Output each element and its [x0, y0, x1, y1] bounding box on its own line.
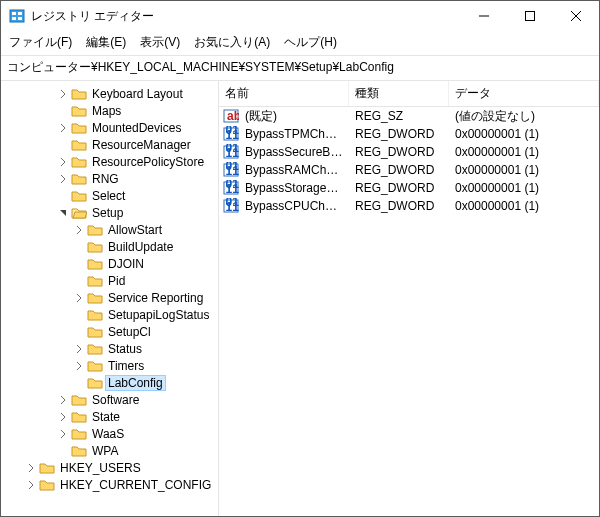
menu-favorites[interactable]: お気に入り(A) [194, 34, 270, 51]
string-value-icon: ab [223, 108, 239, 124]
tree-item-label: WPA [90, 444, 120, 458]
list-view[interactable]: 名前 種類 データ ab(既定)REG_SZ(値の設定なし)011110Bypa… [219, 81, 599, 516]
tree-item-label: Setup [90, 206, 125, 220]
tree-item[interactable]: SetupCl [1, 323, 218, 340]
folder-icon [85, 325, 106, 339]
value-name: BypassRAMCheck [239, 163, 349, 177]
tree-item-label: Select [90, 189, 127, 203]
chevron-right-icon[interactable] [73, 224, 85, 236]
tree-item-label: ResourceManager [90, 138, 193, 152]
menu-edit[interactable]: 編集(E) [86, 34, 126, 51]
tree-item[interactable]: SetupapiLogStatus [1, 306, 218, 323]
value-type: REG_DWORD [349, 145, 449, 159]
maximize-button[interactable] [507, 1, 553, 31]
folder-icon [69, 444, 90, 458]
svg-text:110: 110 [226, 164, 240, 178]
list-row[interactable]: 011110BypassCPUCheckREG_DWORD0x00000001 … [219, 197, 599, 215]
tree-item[interactable]: MountedDevices [1, 119, 218, 136]
folder-icon [69, 427, 90, 441]
tree-item-label: AllowStart [106, 223, 164, 237]
chevron-right-icon[interactable] [73, 292, 85, 304]
column-data[interactable]: データ [449, 81, 599, 106]
value-data: 0x00000001 (1) [449, 163, 599, 177]
svg-rect-1 [12, 12, 16, 15]
chevron-right-icon[interactable] [57, 122, 69, 134]
list-row[interactable]: 011110BypassStorageC...REG_DWORD0x000000… [219, 179, 599, 197]
tree-item-label: MountedDevices [90, 121, 183, 135]
folder-icon [69, 121, 90, 135]
value-type: REG_SZ [349, 109, 449, 123]
chevron-right-icon[interactable] [57, 411, 69, 423]
chevron-down-icon[interactable] [57, 207, 69, 219]
address-bar[interactable]: コンピューター¥HKEY_LOCAL_MACHINE¥SYSTEM¥Setup¥… [1, 55, 599, 81]
tree-item[interactable]: ResourcePolicyStore [1, 153, 218, 170]
chevron-right-icon[interactable] [57, 394, 69, 406]
tree-item[interactable]: ResourceManager [1, 136, 218, 153]
chevron-right-icon[interactable] [73, 360, 85, 372]
tree-item[interactable]: WPA [1, 442, 218, 459]
folder-icon [69, 172, 90, 186]
chevron-right-icon[interactable] [57, 156, 69, 168]
folder-icon [69, 138, 90, 152]
tree-item[interactable]: RNG [1, 170, 218, 187]
svg-rect-0 [10, 10, 24, 22]
tree-item[interactable]: Maps [1, 102, 218, 119]
folder-icon [69, 393, 90, 407]
tree-item[interactable]: LabConfig [1, 374, 218, 391]
binary-value-icon: 011110 [223, 162, 239, 178]
value-name: BypassTPMCheck [239, 127, 349, 141]
tree-item[interactable]: HKEY_CURRENT_CONFIG [1, 476, 218, 493]
tree-item[interactable]: DJOIN [1, 255, 218, 272]
folder-icon [69, 410, 90, 424]
folder-icon [85, 223, 106, 237]
folder-icon [85, 359, 106, 373]
tree-item[interactable]: Timers [1, 357, 218, 374]
value-type: REG_DWORD [349, 181, 449, 195]
tree-item[interactable]: Select [1, 187, 218, 204]
tree-item[interactable]: Status [1, 340, 218, 357]
close-button[interactable] [553, 1, 599, 31]
list-row[interactable]: 011110BypassRAMCheckREG_DWORD0x00000001 … [219, 161, 599, 179]
chevron-right-icon[interactable] [57, 428, 69, 440]
list-row[interactable]: 011110BypassSecureBo...REG_DWORD0x000000… [219, 143, 599, 161]
list-header: 名前 種類 データ [219, 81, 599, 107]
column-name[interactable]: 名前 [219, 81, 349, 106]
list-row[interactable]: 011110BypassTPMCheckREG_DWORD0x00000001 … [219, 125, 599, 143]
tree-item[interactable]: BuildUpdate [1, 238, 218, 255]
chevron-right-icon[interactable] [25, 462, 37, 474]
svg-rect-3 [12, 17, 16, 20]
svg-text:ab: ab [227, 109, 239, 123]
list-row[interactable]: ab(既定)REG_SZ(値の設定なし) [219, 107, 599, 125]
tree-item[interactable]: HKEY_USERS [1, 459, 218, 476]
folder-icon [69, 87, 90, 101]
tree-item[interactable]: AllowStart [1, 221, 218, 238]
tree-item[interactable]: Keyboard Layout [1, 85, 218, 102]
menu-view[interactable]: 表示(V) [140, 34, 180, 51]
chevron-right-icon[interactable] [57, 173, 69, 185]
tree-item-label: HKEY_USERS [58, 461, 143, 475]
svg-text:110: 110 [226, 146, 240, 160]
tree-item-label: DJOIN [106, 257, 146, 271]
chevron-right-icon[interactable] [73, 343, 85, 355]
svg-rect-4 [18, 17, 22, 20]
menu-help[interactable]: ヘルプ(H) [284, 34, 337, 51]
minimize-button[interactable] [461, 1, 507, 31]
column-type[interactable]: 種類 [349, 81, 449, 106]
tree-item[interactable]: Software [1, 391, 218, 408]
menu-file[interactable]: ファイル(F) [9, 34, 72, 51]
tree-item[interactable]: WaaS [1, 425, 218, 442]
chevron-right-icon[interactable] [25, 479, 37, 491]
tree-item[interactable]: Service Reporting [1, 289, 218, 306]
tree-item-label: Keyboard Layout [90, 87, 185, 101]
tree-item[interactable]: State [1, 408, 218, 425]
tree-view[interactable]: Keyboard LayoutMapsMountedDevicesResourc… [1, 81, 219, 516]
chevron-right-icon[interactable] [57, 88, 69, 100]
binary-value-icon: 011110 [223, 180, 239, 196]
tree-item-label: Pid [106, 274, 127, 288]
value-type: REG_DWORD [349, 199, 449, 213]
tree-item[interactable]: Pid [1, 272, 218, 289]
tree-item[interactable]: Setup [1, 204, 218, 221]
svg-text:110: 110 [226, 182, 240, 196]
content-area: Keyboard LayoutMapsMountedDevicesResourc… [1, 81, 599, 516]
list-body: ab(既定)REG_SZ(値の設定なし)011110BypassTPMCheck… [219, 107, 599, 215]
